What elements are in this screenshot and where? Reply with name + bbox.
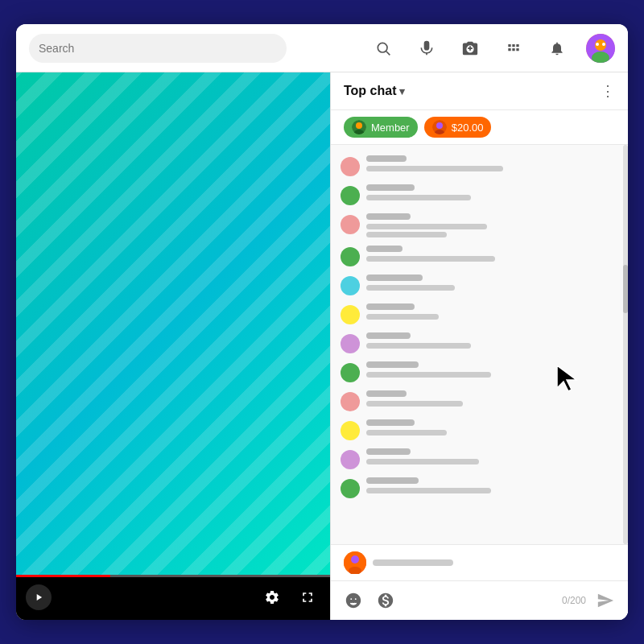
msg-name-bar	[366, 303, 415, 310]
chat-input-area: 0/200	[331, 544, 628, 620]
video-area	[16, 72, 330, 620]
msg-text-bar	[366, 314, 439, 320]
list-item	[331, 299, 628, 328]
fullscreen-button[interactable]	[295, 584, 320, 610]
pinned-text-bar	[373, 559, 453, 566]
list-item	[331, 386, 628, 415]
avatar	[341, 392, 360, 411]
msg-content	[366, 303, 618, 322]
list-item	[331, 270, 628, 299]
progress-fill	[16, 575, 110, 577]
member-chip-label: Member	[371, 122, 410, 134]
chat-messages[interactable]	[331, 145, 628, 544]
super-chip-avatar	[432, 120, 447, 134]
chat-area: Top chat ▾ ⋮ Member	[330, 72, 628, 620]
member-filter-chip[interactable]: Member	[344, 117, 418, 138]
msg-text-bar	[366, 488, 491, 493]
scrollbar-thumb[interactable]	[623, 265, 628, 313]
msg-text-bar	[366, 459, 479, 464]
pinned-avatar	[344, 551, 366, 574]
settings-button[interactable]	[259, 584, 285, 610]
avatar	[341, 305, 360, 324]
msg-text-bar	[366, 195, 471, 200]
chat-title-button[interactable]: Top chat ▾	[344, 84, 405, 98]
chat-messages-wrapper	[331, 145, 628, 544]
chat-header: Top chat ▾ ⋮	[331, 72, 628, 110]
msg-text-bar	[366, 256, 495, 262]
search-bar[interactable]	[29, 34, 287, 63]
user-avatar[interactable]	[586, 34, 615, 63]
chat-more-button[interactable]: ⋮	[601, 82, 615, 100]
msg-text-bar	[366, 285, 455, 291]
msg-text-bar	[366, 343, 471, 349]
pinned-message	[331, 545, 628, 581]
msg-content	[366, 448, 618, 467]
avatar	[341, 479, 360, 498]
msg-name-bar	[366, 184, 415, 191]
bell-icon-btn[interactable]	[543, 34, 572, 63]
msg-content	[366, 155, 618, 174]
msg-text-bar	[366, 166, 503, 171]
msg-content	[366, 246, 618, 264]
top-bar	[16, 24, 628, 72]
progress-bar[interactable]	[16, 575, 330, 577]
chat-input-field[interactable]	[405, 588, 555, 613]
browser-window: Top chat ▾ ⋮ Member	[16, 24, 628, 620]
super-chat-button[interactable]	[373, 588, 398, 613]
create-icon-btn[interactable]	[456, 34, 485, 63]
list-item	[331, 415, 628, 444]
svg-point-11	[436, 122, 443, 129]
msg-text-bar	[366, 372, 491, 378]
avatar	[341, 450, 360, 469]
play-button[interactable]	[26, 584, 52, 610]
main-content: Top chat ▾ ⋮ Member	[16, 72, 628, 620]
msg-name-bar	[366, 419, 415, 426]
svg-point-15	[351, 555, 359, 564]
top-icons	[369, 34, 615, 63]
msg-content	[366, 275, 618, 293]
msg-content	[366, 361, 618, 380]
svg-point-0	[378, 43, 387, 52]
list-item	[331, 180, 628, 209]
svg-point-8	[356, 122, 362, 129]
more-options-icon: ⋮	[601, 82, 615, 100]
msg-content	[366, 213, 618, 237]
super-chat-filter-chip[interactable]: $20.00	[424, 117, 492, 138]
search-input[interactable]	[39, 42, 277, 55]
avatar	[341, 363, 360, 382]
avatar	[341, 186, 360, 205]
chevron-down-icon: ▾	[399, 85, 405, 97]
list-item	[331, 242, 628, 270]
msg-name-bar	[366, 390, 407, 397]
apps-icon-btn[interactable]	[499, 34, 528, 63]
chat-title-label: Top chat	[344, 84, 396, 98]
search-icon-btn[interactable]	[369, 34, 398, 63]
msg-name-bar	[366, 477, 419, 484]
scrollbar-track	[623, 145, 628, 544]
svg-point-6	[602, 43, 605, 46]
super-chip-label: $20.00	[452, 122, 484, 134]
msg-name-bar	[366, 361, 419, 368]
chat-filter-bar: Member $20.00	[331, 110, 628, 145]
msg-name-bar	[366, 275, 423, 281]
avatar	[341, 276, 360, 295]
msg-name-bar	[366, 155, 407, 162]
msg-content	[366, 419, 618, 438]
svg-line-1	[386, 51, 390, 55]
msg-content	[366, 390, 618, 409]
send-button[interactable]	[592, 588, 618, 613]
avatar	[341, 157, 360, 176]
mic-icon-btn[interactable]	[412, 34, 441, 63]
char-count: 0/200	[562, 595, 586, 606]
msg-content	[366, 332, 618, 351]
msg-name-bar	[366, 332, 411, 339]
msg-name-bar	[366, 246, 402, 252]
avatar	[341, 215, 360, 234]
msg-text-bar	[366, 224, 487, 229]
msg-text-bar	[366, 401, 463, 407]
emoji-button[interactable]	[341, 588, 366, 613]
avatar	[341, 421, 360, 440]
list-item	[331, 209, 628, 242]
msg-content	[366, 184, 618, 203]
msg-text-bar-2	[366, 232, 447, 237]
